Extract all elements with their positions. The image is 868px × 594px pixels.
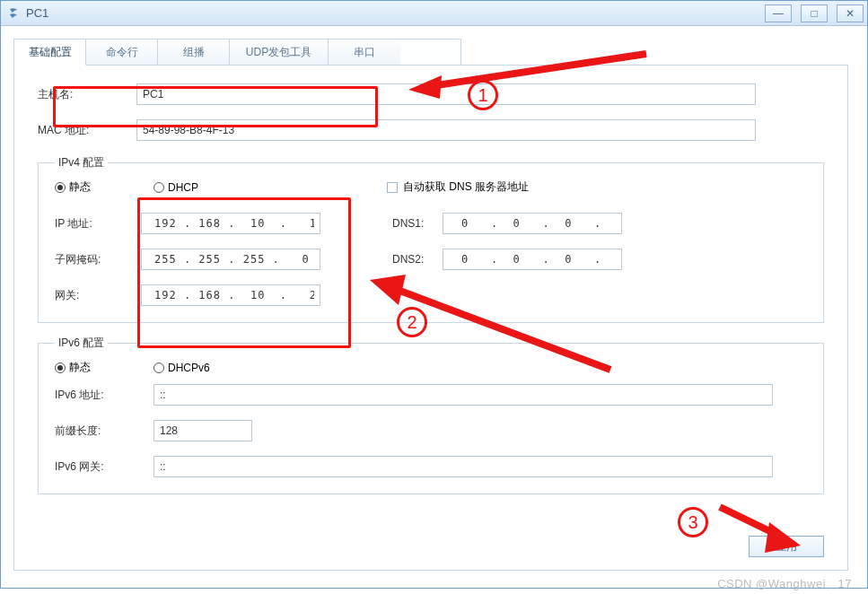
row-dns1: DNS1:: [392, 213, 622, 234]
tab-label: 基础配置: [29, 45, 72, 60]
row-gateway: 网关:: [55, 284, 320, 306]
ipv6-prefix-input[interactable]: [153, 420, 252, 441]
radio-ipv4-dhcp[interactable]: DHCP: [153, 181, 198, 194]
tab-cli[interactable]: 命令行: [86, 39, 158, 66]
radio-label: DHCP: [168, 181, 198, 194]
main-window: PC1 — □ ✕ 基础配置 命令行 组播 UDP发包工具 串口 主机名: MA…: [0, 0, 868, 589]
gateway-label: 网关:: [55, 288, 141, 303]
dns2-input[interactable]: [443, 249, 622, 270]
row-ipv6-gw: IPv6 网关:: [55, 456, 807, 477]
dns2-label: DNS2:: [392, 253, 443, 266]
ipv6-gw-input[interactable]: [153, 456, 773, 477]
row-ipv6-addr: IPv6 地址:: [55, 384, 807, 406]
tab-label: 串口: [354, 45, 375, 60]
ipv6-addr-input[interactable]: [153, 384, 773, 406]
ipv6-group: IPv6 配置 静态 DHCPv6 IPv6 地址: 前缀长: [38, 336, 824, 494]
tab-label: 命令行: [106, 45, 138, 60]
mask-input[interactable]: [141, 249, 320, 270]
radio-ipv4-static[interactable]: 静态: [55, 179, 91, 195]
apply-label: 应用: [776, 539, 797, 555]
row-hostname: 主机名:: [38, 83, 824, 105]
tab-strip: 基础配置 命令行 组播 UDP发包工具 串口: [13, 39, 461, 66]
row-dns2: DNS2:: [392, 249, 622, 270]
radio-ipv6-static[interactable]: 静态: [55, 360, 91, 375]
row-ipv6-prefix: 前缀长度:: [55, 420, 807, 441]
ipv4-right-col: DNS1: DNS2:: [392, 204, 622, 310]
config-panel: 主机名: MAC 地址: IPv4 配置 静态 DHCP: [13, 65, 848, 571]
ipv4-legend: IPv4 配置: [55, 155, 108, 170]
close-button[interactable]: ✕: [837, 4, 864, 22]
dns1-label: DNS1:: [392, 217, 443, 230]
row-mac: MAC 地址:: [38, 119, 824, 141]
ipv4-mode-row: 静态 DHCP 自动获取 DNS 服务器地址: [55, 179, 807, 195]
row-mask: 子网掩码:: [55, 249, 320, 270]
ipv4-columns: IP 地址: 子网掩码: 网关:: [55, 204, 807, 310]
mask-label: 子网掩码:: [55, 252, 141, 267]
ipv4-left-col: IP 地址: 子网掩码: 网关:: [55, 204, 320, 310]
auto-dns-checkbox[interactable]: 自动获取 DNS 服务器地址: [387, 179, 529, 195]
ipv6-gw-label: IPv6 网关:: [55, 459, 153, 475]
window-title: PC1: [26, 6, 48, 20]
gateway-input[interactable]: [141, 284, 320, 306]
radio-label: DHCPv6: [168, 362, 210, 374]
client-area: 基础配置 命令行 组播 UDP发包工具 串口 主机名: MAC 地址: IPv4…: [1, 26, 867, 583]
radio-dot-icon: [55, 363, 66, 373]
radio-dot-icon: [55, 182, 66, 193]
ip-label: IP 地址:: [55, 216, 141, 231]
mac-input[interactable]: [136, 119, 756, 141]
radio-dot-icon: [153, 182, 164, 193]
hostname-input[interactable]: [136, 83, 756, 105]
tab-basic-config[interactable]: 基础配置: [14, 39, 86, 66]
checkbox-label: 自动获取 DNS 服务器地址: [403, 179, 529, 195]
ipv6-prefix-label: 前缀长度:: [55, 424, 153, 439]
radio-dot-icon: [153, 363, 164, 373]
minimize-button[interactable]: —: [765, 4, 792, 22]
mac-label: MAC 地址:: [38, 123, 136, 138]
titlebar: PC1 — □ ✕: [1, 1, 867, 26]
maximize-button[interactable]: □: [801, 4, 828, 22]
tab-label: 组播: [183, 45, 205, 60]
tab-label: UDP发包工具: [246, 45, 311, 60]
row-ip: IP 地址:: [55, 213, 320, 234]
ipv6-mode-row: 静态 DHCPv6: [55, 360, 807, 375]
ipv6-addr-label: IPv6 地址:: [55, 388, 153, 403]
tab-multicast[interactable]: 组播: [158, 39, 230, 66]
checkbox-icon: [387, 182, 398, 193]
dns1-input[interactable]: [443, 213, 622, 234]
ipv6-legend: IPv6 配置: [55, 336, 108, 351]
ip-input[interactable]: [141, 213, 320, 234]
radio-label: 静态: [69, 179, 91, 195]
tab-serial[interactable]: 串口: [329, 39, 400, 66]
radio-ipv6-dhcpv6[interactable]: DHCPv6: [153, 362, 210, 374]
tab-udp-tool[interactable]: UDP发包工具: [230, 39, 329, 66]
radio-label: 静态: [69, 360, 91, 375]
watermark: CSDN @Wanghwei。17: [717, 576, 852, 592]
hostname-label: 主机名:: [38, 87, 136, 102]
ipv4-group: IPv4 配置 静态 DHCP 自动获取 DNS 服务器地址: [38, 155, 824, 323]
window-controls: — □ ✕: [765, 4, 864, 22]
app-icon: [6, 6, 21, 21]
apply-button[interactable]: 应用: [749, 536, 824, 557]
